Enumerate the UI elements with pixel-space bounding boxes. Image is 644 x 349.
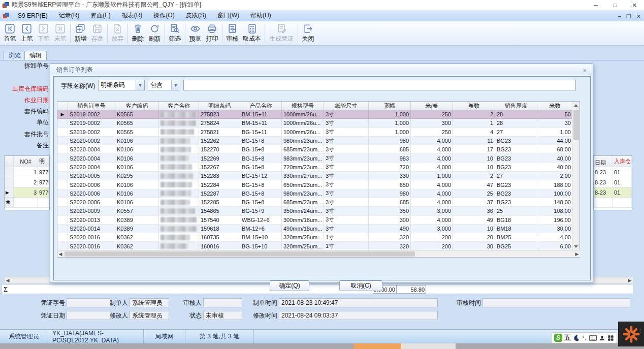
- cancel-button[interactable]: 取消(C): [339, 280, 382, 291]
- ok-button[interactable]: 确定(Q): [270, 280, 309, 291]
- taskbar-item[interactable]: [401, 343, 456, 349]
- table-row[interactable]: ▶S2019-0002K0565275823BM-15+111000mm/26u…: [57, 110, 579, 119]
- toolbar-button-delete[interactable]: 删除: [130, 22, 146, 45]
- toolbar-button-prev[interactable]: 上笔: [18, 22, 35, 45]
- scroll-left-icon[interactable]: ◀: [57, 251, 63, 257]
- toolbar-button-refresh[interactable]: 刷新: [146, 22, 163, 45]
- menu-item-0[interactable]: S9 ERP(E): [12, 10, 53, 21]
- table-row[interactable]: S2020-0014K0389159618BM-12+6490mm/18um..…: [57, 225, 579, 233]
- sigma-icon: Σ: [2, 285, 8, 293]
- toolbar-button-voucher: 生成凭证: [267, 22, 296, 45]
- table-row[interactable]: S2020-0002K0106152262BG-15+8980mm/23um..…: [57, 137, 579, 145]
- statusbar-item-1: YK_DATA(JAMES-PC\SQL2012:YK_DATA): [48, 330, 144, 344]
- filter-field-label: 字段名称(W): [61, 82, 95, 90]
- toolbar-button-exit[interactable]: 关闭: [300, 22, 316, 45]
- filter-field-select[interactable]: 明细条码 ▼: [98, 80, 145, 90]
- menu-item-7[interactable]: 帮助(H): [245, 10, 277, 21]
- mdi-restore-icon[interactable]: ❐: [626, 13, 631, 20]
- menu-item-5[interactable]: 皮肤(S): [180, 10, 212, 21]
- status-bar: 系统管理员YK_DATA(JAMES-PC\SQL2012:YK_DATA)局域…: [0, 329, 644, 343]
- scroll-down-icon[interactable]: [574, 245, 578, 248]
- table-row[interactable]: S2020-0004K0106152269BG-15+8983mm/23um..…: [57, 154, 579, 163]
- menu-item-4[interactable]: 操作(O): [148, 10, 180, 21]
- dialog-close-icon[interactable]: x: [581, 67, 588, 74]
- scroll-left-icon[interactable]: ◀: [5, 277, 11, 283]
- minimize-icon[interactable]: ─: [586, 0, 605, 10]
- window-title: 顺景S9智能ERP管理平台 - 广东顺景软件科技有限公司_QJY - [拆卸单]: [12, 1, 201, 9]
- table-row[interactable]: S2020-0009K0557154865BG-15+9350mm/24um..…: [57, 207, 579, 215]
- maker-label: 制单人: [67, 298, 128, 307]
- toolbar-button-audit[interactable]: 审核: [224, 22, 241, 45]
- table-row[interactable]: S2020-0006K0106152284BG-15+8650mm/23um..…: [57, 180, 579, 189]
- table-row[interactable]: S2019-0002K0565275824BM-15+111000mm/26u.…: [57, 119, 579, 128]
- app-icon: [3, 2, 9, 8]
- toolbox-grid-icon[interactable]: [607, 335, 614, 341]
- table-row[interactable]: S2020-0006K0106152285BG-15+8685mm/23um..…: [57, 198, 579, 207]
- close-icon[interactable]: ✕: [625, 0, 644, 10]
- modify_time-field[interactable]: 2021-08-24 09:03:37: [279, 311, 438, 320]
- toolbar-button-first[interactable]: 首笔: [2, 22, 18, 45]
- form-label-4: 单位: [0, 118, 49, 127]
- chevron-down-icon[interactable]: ▼: [136, 80, 144, 90]
- keyboard-icon[interactable]: [589, 335, 597, 341]
- audit_time-label: 审核时间: [420, 298, 481, 307]
- next-icon: [38, 23, 49, 34]
- vertical-scroll-thumb[interactable]: [573, 110, 579, 140]
- filter-operator-select[interactable]: 包含 ▼: [148, 80, 180, 90]
- grid-body: ▶S2019-0002K0565275823BM-15+111000mm/26u…: [57, 110, 579, 251]
- moon-icon[interactable]: [573, 334, 580, 341]
- toolbar-button-preview[interactable]: 预览: [187, 22, 204, 45]
- mdi-minimize-icon[interactable]: –: [618, 13, 621, 19]
- punctuation-icon[interactable]: °,: [583, 335, 587, 341]
- tab-browse[interactable]: 浏览: [4, 51, 26, 60]
- dialog-titlebar[interactable]: 销售订单列表 x: [51, 65, 592, 75]
- sogou-icon[interactable]: S: [554, 334, 562, 342]
- scroll-right-icon[interactable]: ▶: [574, 251, 580, 257]
- tab-edit[interactable]: 编辑: [24, 51, 47, 60]
- save-icon: [92, 23, 103, 34]
- detail-grid-right: 日期入库仓库8-23018-23018-2301: [593, 155, 632, 210]
- filter-value-input[interactable]: [183, 80, 576, 90]
- blurred-customer-name: [160, 208, 195, 214]
- chevron-down-icon[interactable]: ▼: [171, 80, 180, 90]
- maximize-icon[interactable]: □: [605, 0, 625, 10]
- ime-toolbar: S 五 °,: [551, 332, 617, 343]
- taskbar-active-item[interactable]: [354, 343, 401, 349]
- mdi-window-controls: –❐✕: [618, 11, 641, 21]
- grid-vertical-scrollbar[interactable]: [572, 102, 579, 250]
- table-row[interactable]: S2020-0006K0106152287BG-15+8980mm/23um..…: [57, 189, 579, 198]
- table-row[interactable]: S2020-0013K0389157540WBG-12+6300mm/18um.…: [57, 216, 579, 225]
- form-label-0: 拆卸单号: [0, 61, 49, 70]
- toolbar-button-add[interactable]: 新增: [72, 22, 89, 45]
- grid-header-row[interactable]: 销售订单号客户编码客户名称明细条码产品名称规格型号纸管尺寸宽幅米/卷卷数销售厚度…: [57, 102, 579, 110]
- toolbar-button-discard: 放弃: [109, 22, 126, 45]
- app-corner-logo[interactable]: ⋮: [618, 322, 644, 346]
- toolbar-button-next: 下笔: [35, 22, 52, 45]
- menu-item-6[interactable]: 窗口(W): [212, 10, 245, 21]
- erp-application-window: 顺景S9智能ERP管理平台 - 广东顺景软件科技有限公司_QJY - [拆卸单]…: [0, 0, 644, 349]
- scroll-right-icon[interactable]: ▶: [627, 277, 633, 283]
- toolbar-button-cost[interactable]: 取成本: [241, 22, 263, 45]
- grid-horizontal-scrollbar[interactable]: ◀ ▶: [57, 250, 581, 257]
- table-row[interactable]: S2019-0002K0565275821BG-15+111000mm/26u.…: [57, 128, 579, 137]
- menu-item-3[interactable]: 报表(R): [116, 10, 148, 21]
- make_time-field[interactable]: 2021-08-23 10:49:47: [279, 298, 438, 307]
- mdi-close-icon[interactable]: ✕: [636, 13, 641, 20]
- toolbar-button-print[interactable]: 打印: [204, 22, 220, 45]
- toolbar-button-filter[interactable]: 筛选: [167, 22, 183, 45]
- wubi-mode-icon[interactable]: 五: [564, 333, 571, 342]
- table-row[interactable]: S2020-0016K0362160735BM-15+10320mm/25um.…: [57, 233, 579, 242]
- filter-icon: [170, 23, 180, 34]
- person-icon[interactable]: [599, 335, 605, 341]
- mdi-child-icon: [3, 13, 9, 19]
- horizontal-scroll-thumb[interactable]: [65, 251, 415, 257]
- scroll-up-icon[interactable]: [574, 104, 578, 107]
- table-row[interactable]: S2020-0004K0106152270BG-15+8685mm/23um..…: [57, 145, 579, 154]
- audit_time-field[interactable]: [482, 298, 630, 307]
- menu-item-2[interactable]: 界面(F): [85, 10, 116, 21]
- menu-bar: S9 ERP(E)记录(R)界面(F)报表(R)操作(O)皮肤(S)窗口(W)帮…: [0, 10, 644, 21]
- menu-item-1[interactable]: 记录(R): [53, 10, 85, 21]
- table-row[interactable]: S2020-0005K0295152283BG-15+12330mm/27um.…: [57, 172, 579, 180]
- taskbar-strip: [0, 343, 644, 349]
- table-row[interactable]: S2020-0004K0106152267BG-15+8720mm/23um..…: [57, 163, 579, 172]
